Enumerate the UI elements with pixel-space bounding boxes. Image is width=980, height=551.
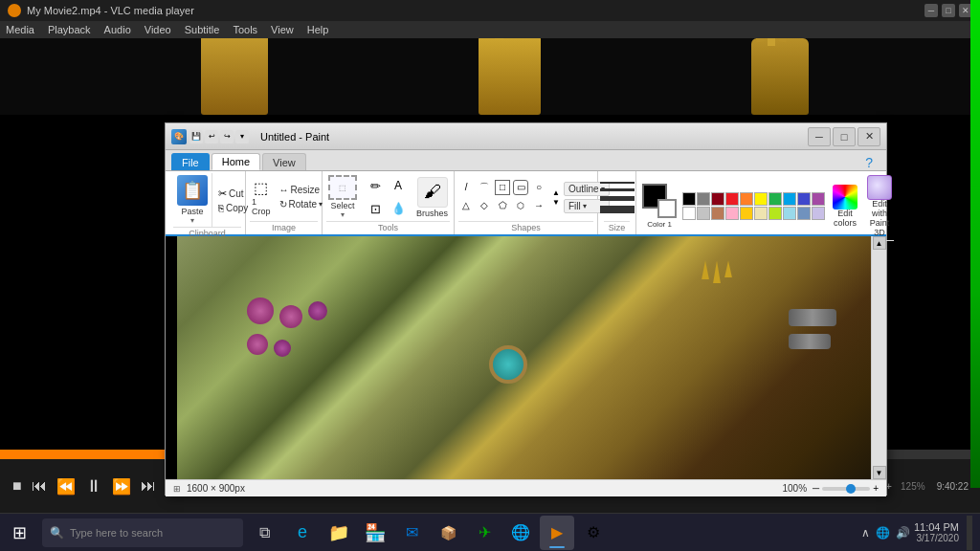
paint-zoom-in-btn[interactable]: + [873, 483, 879, 494]
palette-color-0[interactable] [682, 192, 696, 206]
shapes-down-btn[interactable]: ▼ [552, 198, 560, 207]
taskbar-app9-button[interactable]: ⚙ [576, 516, 611, 550]
paint-canvas[interactable] [177, 236, 871, 479]
palette-color-2[interactable] [711, 192, 724, 206]
palette-color-6[interactable] [768, 192, 782, 206]
show-desktop-button[interactable] [967, 516, 972, 550]
paint-scrollbar-v[interactable]: ▲ ▼ [871, 236, 886, 479]
taskbar-clock[interactable]: 11:04 PM 3/17/2020 [914, 521, 959, 543]
palette-color-4[interactable] [740, 192, 753, 206]
taskbar-amazon-button[interactable]: 📦 [431, 516, 465, 550]
paint-minimize-button[interactable]: ─ [808, 127, 831, 146]
tab-home[interactable]: Home [212, 153, 260, 170]
vlc-forward-button[interactable]: ⏩ [107, 474, 136, 498]
rotate-button[interactable]: ↻ Rotate ▾ [277, 198, 325, 210]
palette-color-12[interactable] [711, 207, 724, 220]
edit-colors-button[interactable]: Edit colors [831, 183, 859, 231]
vlc-menu-playback[interactable]: Playback [48, 24, 91, 35]
taskbar-tripadvisor-button[interactable]: ✈ [467, 516, 501, 550]
shape-line-btn[interactable]: / [458, 180, 474, 195]
palette-color-17[interactable] [783, 207, 796, 220]
shape-diamond-btn[interactable]: ◇ [477, 198, 492, 213]
task-view-button[interactable]: ⧉ [247, 516, 281, 550]
palette-color-11[interactable] [697, 207, 710, 220]
vlc-menu-media[interactable]: Media [6, 24, 34, 35]
eyedropper-tool-button[interactable]: 💧 [388, 198, 409, 219]
palette-color-5[interactable] [754, 192, 768, 206]
vlc-menu-video[interactable]: Video [145, 24, 171, 35]
scroll-down-btn[interactable]: ▼ [873, 466, 886, 479]
vlc-menu-audio[interactable]: Audio [104, 24, 131, 35]
paint-help-icon[interactable]: ? [858, 155, 880, 170]
vlc-prev-button[interactable]: ⏮ [27, 474, 52, 497]
color2-box[interactable] [657, 199, 677, 218]
start-button[interactable]: ⊞ [0, 514, 38, 552]
palette-color-8[interactable] [797, 192, 811, 206]
palette-color-3[interactable] [725, 192, 739, 206]
shape-triangle-btn[interactable]: △ [458, 198, 474, 213]
vlc-menu-subtitle[interactable]: Subtitle [185, 24, 220, 35]
scroll-up-btn[interactable]: ▲ [873, 236, 886, 250]
palette-color-10[interactable] [682, 207, 696, 220]
palette-color-14[interactable] [740, 207, 753, 220]
vlc-stop-button[interactable]: ■ [8, 474, 27, 497]
vlc-play-button[interactable]: ⏸ [80, 474, 107, 499]
vlc-minimize-button[interactable]: ─ [924, 4, 938, 17]
palette-color-9[interactable] [812, 192, 825, 206]
paint-zoom-out-btn[interactable]: ─ [813, 483, 819, 494]
paint-close-button[interactable]: ✕ [858, 127, 880, 146]
shape-rounded-rect-btn[interactable]: ▭ [513, 180, 528, 195]
shape-pentagon-btn[interactable]: ⬠ [495, 198, 510, 213]
vlc-maximize-button[interactable]: □ [942, 4, 955, 17]
palette-color-1[interactable] [697, 192, 710, 206]
paint-maximize-button[interactable]: □ [833, 127, 856, 146]
customize-quick-icon[interactable]: ▾ [235, 130, 249, 143]
palette-color-19[interactable] [812, 207, 825, 220]
taskbar-store-button[interactable]: 🏪 [358, 516, 392, 550]
crop-button[interactable]: ⬚ 1 Crop [250, 177, 273, 218]
size-4-btn[interactable] [600, 206, 635, 213]
paint3d-button[interactable]: Edit with Paint 3D [865, 173, 894, 240]
vlc-next-button[interactable]: ⏭ [136, 474, 161, 497]
size-3-btn[interactable] [600, 196, 635, 201]
taskbar-edge-button[interactable]: e [285, 516, 320, 550]
vlc-menu-help[interactable]: Help [307, 24, 329, 35]
palette-color-7[interactable] [783, 192, 796, 206]
redo-quick-icon[interactable]: ↪ [220, 130, 234, 143]
taskbar-chrome-button[interactable]: 🌐 [503, 516, 538, 550]
tab-view[interactable]: View [262, 153, 306, 170]
shapes-up-btn[interactable]: ▲ [552, 188, 560, 197]
shape-arrow-btn[interactable]: → [531, 198, 546, 213]
vlc-menu-tools[interactable]: Tools [233, 24, 257, 35]
tab-file[interactable]: File [171, 153, 210, 170]
palette-color-13[interactable] [725, 207, 739, 220]
volume-icon[interactable]: 🔊 [896, 526, 910, 540]
palette-color-16[interactable] [768, 207, 782, 220]
taskbar-vlc-button[interactable]: ▶ [540, 516, 574, 550]
paste-dropdown-icon[interactable]: ▾ [190, 216, 194, 225]
shape-rect-btn[interactable]: □ [495, 180, 510, 195]
size-2-btn[interactable] [600, 188, 635, 191]
taskbar-explorer-button[interactable]: 📁 [322, 516, 356, 550]
shape-curve-btn[interactable]: ⌒ [477, 180, 492, 195]
pencil-tool-button[interactable]: ✏ [365, 175, 386, 196]
palette-color-18[interactable] [797, 207, 811, 220]
shape-hexagon-btn[interactable]: ⬡ [513, 198, 528, 213]
paste-button[interactable]: 📋 Paste ▾ [173, 173, 212, 227]
select-button[interactable]: ⬚ Select ▾ [326, 173, 359, 221]
vlc-rewind-button[interactable]: ⏪ [52, 474, 80, 498]
size-1-btn[interactable] [600, 182, 635, 184]
resize-button[interactable]: ↔ Resize [277, 184, 325, 196]
network-icon[interactable]: 🌐 [876, 526, 890, 540]
undo-quick-icon[interactable]: ↩ [205, 130, 218, 143]
vlc-menu-view[interactable]: View [271, 24, 294, 35]
paint-zoom-slider[interactable] [822, 487, 870, 491]
taskbar-search[interactable]: 🔍 Type here to search [42, 518, 243, 547]
taskbar-mail-button[interactable]: ✉ [394, 516, 429, 550]
tray-arrow-icon[interactable]: ∧ [861, 526, 870, 540]
save-quick-icon[interactable]: 💾 [189, 130, 203, 143]
shape-ellipse-btn[interactable]: ○ [531, 180, 546, 195]
eraser-tool-button[interactable]: ⊡ [365, 198, 386, 219]
palette-color-15[interactable] [754, 207, 768, 220]
text-tool-button[interactable]: A [388, 175, 409, 196]
